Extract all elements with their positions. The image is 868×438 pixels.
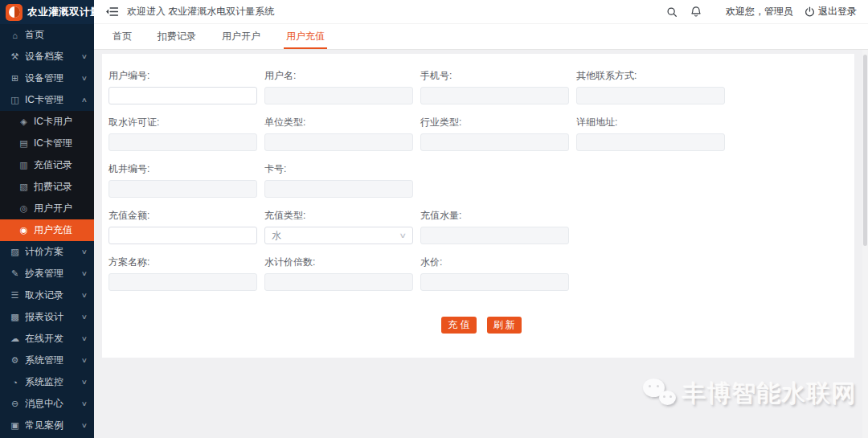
sidebar-item-deduction-records[interactable]: ▧ 扣费记录 — [0, 176, 94, 198]
form-row-1: 用户编号: 用户名: 手机号: 其他联系方式: — [108, 71, 854, 117]
field-phone: 手机号: — [420, 71, 576, 117]
document-icon: ▥ — [18, 160, 29, 170]
recharge-button[interactable]: 充 值 — [441, 317, 476, 334]
field-recharge-volume: 充值水量: — [420, 211, 576, 257]
sidebar-item-recharge-records[interactable]: ▥ 充值记录 — [0, 154, 94, 176]
chevron-down-icon: ∨ — [81, 292, 88, 299]
sidebar-item-online-dev[interactable]: ☁ 在线开发 ∨ — [0, 328, 94, 350]
sidebar-item-label: 系统监控 — [25, 375, 77, 389]
chevron-down-icon: ∨ — [81, 270, 88, 277]
bell-icon[interactable] — [684, 6, 708, 18]
grid-icon: ⊞ — [10, 73, 20, 84]
field-label: 机井编号: — [108, 164, 264, 174]
field-label: 方案名称: — [108, 257, 264, 267]
form-row-2: 取水许可证: 单位类型: 行业类型: 详细地址: — [108, 117, 854, 164]
chevron-down-icon: ∨ — [81, 379, 88, 386]
form-buttons: 充 值 刷 新 — [108, 317, 854, 334]
scrollbar-thumb[interactable] — [863, 55, 867, 246]
sidebar-item-device-manage[interactable]: ⊞ 设备管理 ∨ — [0, 68, 94, 89]
wrench-icon: ⚒ — [10, 51, 20, 62]
sidebar-item-ic-card-manage[interactable]: ◫ IC卡管理 ∧ — [0, 89, 94, 111]
user-circle-icon: ◎ — [18, 203, 29, 214]
chevron-down-icon: ∨ — [81, 313, 88, 321]
sidebar-item-meter-manage[interactable]: ✎ 抄表管理 ∨ — [0, 263, 94, 284]
home-icon: ⌂ — [10, 31, 20, 40]
sidebar-item-label: 抄表管理 — [25, 267, 77, 280]
sidebar-item-home[interactable]: ⌂ 首页 — [0, 24, 94, 46]
field-label: 充值水量: — [420, 211, 576, 220]
water-permit-input — [108, 133, 257, 151]
welcome-text: 欢迎进入 农业灌溉水电双计量系统 — [127, 5, 274, 18]
field-card-no: 卡号: — [264, 164, 420, 211]
key-icon: ◈ — [18, 117, 29, 127]
field-label: 水计价倍数: — [264, 257, 420, 267]
form-row-5: 方案名称: 水计价倍数: 水价: — [108, 257, 854, 304]
field-recharge-type: 充值类型: 水 ∨ — [264, 211, 420, 257]
field-label: 取水许可证: — [108, 117, 264, 127]
sidebar: 农业灌溉双计量 ⌂ 首页 ⚒ 设备档案 ∨ ⊞ 设备管理 ∨ ◫ IC卡管理 ∧… — [0, 0, 94, 438]
sidebar-item-label: 设备管理 — [25, 72, 77, 85]
gear-icon: ⚙ — [10, 355, 20, 366]
search-icon[interactable] — [660, 6, 684, 18]
sidebar-item-user-recharge[interactable]: ◉ 用户充值 — [0, 219, 94, 241]
recharge-amount-input[interactable] — [108, 227, 257, 244]
field-user-name: 用户名: — [264, 71, 420, 117]
chevron-down-icon: ∨ — [81, 400, 88, 407]
sidebar-item-label: 取水记录 — [25, 289, 77, 302]
app-window: 农业灌溉双计量 ⌂ 首页 ⚒ 设备档案 ∨ ⊞ 设备管理 ∨ ◫ IC卡管理 ∧… — [0, 0, 868, 438]
watermark-text: 丰博智能水联网 — [682, 378, 857, 411]
sidebar-item-water-records[interactable]: ☰ 取水记录 ∨ — [0, 284, 94, 306]
book-icon: ▣ — [10, 420, 20, 431]
tab-deduction-records[interactable]: 扣费记录 — [145, 24, 209, 49]
field-label: 用户名: — [264, 71, 420, 80]
sidebar-item-report-design[interactable]: ▩ 报表设计 ∨ — [0, 306, 94, 328]
sidebar-item-label: 报表设计 — [25, 310, 77, 324]
recharge-volume-input — [420, 227, 569, 244]
chevron-down-icon: ∨ — [81, 335, 88, 342]
sidebar-item-ic-card-admin[interactable]: ▤ IC卡管理 — [0, 133, 94, 154]
sidebar-item-device-archive[interactable]: ⚒ 设备档案 ∨ — [0, 46, 94, 68]
field-plan-name: 方案名称: — [108, 257, 264, 304]
sidebar-item-ic-card-user[interactable]: ◈ IC卡用户 — [0, 111, 94, 133]
hamburger-icon[interactable] — [106, 6, 118, 17]
refresh-button[interactable]: 刷 新 — [487, 317, 522, 334]
user-no-input[interactable] — [108, 87, 257, 104]
sidebar-item-message-center[interactable]: ⊖ 消息中心 ∨ — [0, 393, 94, 415]
field-label: 其他联系方式: — [576, 71, 732, 80]
sidebar-item-pricing-plan[interactable]: ▨ 计价方案 ∨ — [0, 241, 94, 263]
form-row-4: 充值金额: 充值类型: 水 ∨ 充值水量: — [108, 211, 854, 257]
chevron-down-icon: ∨ — [81, 53, 88, 60]
card-icon: ▤ — [18, 138, 29, 149]
header-actions: 欢迎您，管理员 退出登录 — [660, 5, 857, 18]
unit-type-input — [264, 133, 413, 151]
user-recharge-form-card: 用户编号: 用户名: 手机号: 其他联系方式: 取水许可证 — [102, 54, 854, 358]
tab-account-opening[interactable]: 用户开户 — [209, 24, 273, 49]
plan-name-input — [108, 273, 257, 291]
vertical-scrollbar[interactable] — [862, 50, 868, 438]
tab-home[interactable]: 首页 — [100, 24, 145, 49]
sidebar-item-label: 计价方案 — [25, 245, 77, 259]
sidebar-item-label: 用户充值 — [34, 223, 87, 237]
sidebar-item-label: IC卡管理 — [25, 93, 77, 107]
sidebar-item-common-cases[interactable]: ▣ 常见案例 ∨ — [0, 415, 94, 436]
sidebar-item-label: 用户开户 — [34, 202, 87, 215]
sidebar-item-account-opening[interactable]: ◎ 用户开户 — [0, 198, 94, 219]
field-label: 卡号: — [264, 164, 420, 174]
tab-bar: 首页 扣费记录 用户开户 用户充值 — [94, 24, 868, 50]
field-label: 充值类型: — [264, 211, 420, 220]
field-label: 手机号: — [420, 71, 576, 80]
file-icon: ▧ — [18, 182, 29, 192]
water-price-input — [420, 273, 569, 291]
sidebar-item-label: IC卡管理 — [34, 137, 87, 150]
message-icon: ⊖ — [10, 399, 20, 409]
field-other-contact: 其他联系方式: — [576, 71, 732, 117]
sidebar-item-label: 扣费记录 — [34, 180, 87, 194]
logout-button[interactable]: 退出登录 — [805, 5, 857, 18]
user-name-input — [264, 87, 413, 104]
card-icon: ◫ — [10, 95, 20, 105]
sidebar-item-system-manage[interactable]: ⚙ 系统管理 ∨ — [0, 350, 94, 371]
sidebar-item-system-monitor[interactable]: ◔ 系统监控 ∨ — [0, 371, 94, 393]
sidebar-submenu-ic-card: ◈ IC卡用户 ▤ IC卡管理 ▥ 充值记录 ▧ 扣费记录 ◎ 用户开户 ◉ 用… — [0, 111, 94, 241]
tab-user-recharge[interactable]: 用户充值 — [273, 24, 338, 49]
recharge-type-select[interactable]: 水 ∨ — [264, 227, 413, 244]
